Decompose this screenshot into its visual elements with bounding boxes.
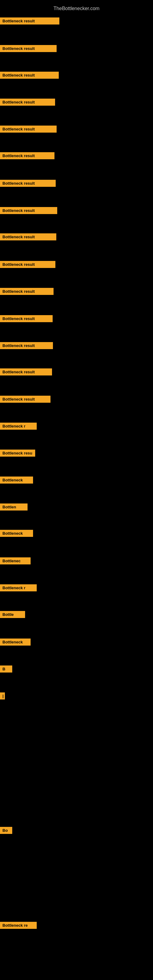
bottleneck-badge-label: Bottleneck result [0,261,56,268]
bottleneck-badge-3[interactable]: Bottleneck result [0,72,59,80]
bottleneck-badge-5[interactable]: Bottleneck result [0,126,57,134]
bottleneck-badge-label: Bottleneck [0,638,30,646]
bottleneck-badge-18[interactable]: Bottleneck [0,477,33,485]
bottleneck-badge-label: Bottleneck result [0,342,53,349]
bottleneck-badge-17[interactable]: Bottleneck resu [0,450,35,458]
bottleneck-badge-25[interactable]: B [0,665,12,674]
site-title: TheBottlenecker.com [0,0,153,12]
bottleneck-badge-label: Bottleneck result [0,368,52,375]
bottleneck-badge-label: Bottleneck result [0,315,53,322]
bottleneck-badge-21[interactable]: Bottlenec [0,557,30,566]
bottleneck-badge-label: Bottlenec [0,557,30,565]
bottleneck-badge-23[interactable]: Bottle [0,611,25,619]
bottleneck-badge-24[interactable]: Bottleneck [0,638,30,647]
bottleneck-badge-label: Bottleneck [0,530,33,537]
bottleneck-badge-20[interactable]: Bottleneck [0,530,33,538]
bottleneck-badge-8[interactable]: Bottleneck result [0,207,57,215]
bottleneck-badge-13[interactable]: Bottleneck result [0,342,53,350]
bottleneck-badge-label: Bottleneck r [0,584,37,591]
bottleneck-badge-12[interactable]: Bottleneck result [0,315,53,323]
bottleneck-badge-label: Bottleneck result [0,288,54,295]
bottleneck-badge-label: Bottleneck [0,477,33,484]
bottleneck-badge-15[interactable]: Bottleneck result [0,396,51,404]
bottleneck-badge-label: Bottleneck result [0,72,59,79]
bottleneck-badge-14[interactable]: Bottleneck result [0,368,52,377]
bottleneck-badge-2[interactable]: Bottleneck result [0,45,57,53]
bottleneck-badge-19[interactable]: Bottlen [0,503,27,512]
bottleneck-badge-label: Bottleneck result [0,45,57,52]
bottleneck-badge-4[interactable]: Bottleneck result [0,99,55,107]
bottleneck-badge-6[interactable]: Bottleneck result [0,152,54,161]
bottleneck-badge-28[interactable]: Bottleneck re [0,922,37,930]
bottleneck-badge-1[interactable]: Bottleneck result [0,18,59,26]
bottleneck-badge-label: Bottleneck r [0,423,37,430]
bottleneck-badge-label: Bottleneck resu [0,450,35,457]
bottleneck-badge-label: Bottleneck result [0,152,54,159]
bottleneck-badge-label: Bottleneck result [0,99,55,106]
bottleneck-badge-label: Bottleneck re [0,922,37,929]
bottleneck-badge-label: Bottleneck result [0,126,57,133]
bottleneck-badge-11[interactable]: Bottleneck result [0,288,54,296]
bottleneck-badge-22[interactable]: Bottleneck r [0,584,37,593]
bottleneck-badge-label: Bottlen [0,503,27,511]
bottleneck-badge-16[interactable]: Bottleneck r [0,423,37,431]
bottleneck-badge-7[interactable]: Bottleneck result [0,180,56,188]
bottleneck-badge-label: Bottleneck result [0,18,59,24]
bottleneck-badge-27[interactable]: Bo [0,827,12,835]
bottleneck-badge-26[interactable]: | [0,692,5,701]
bottleneck-badge-label: Bottleneck result [0,180,56,187]
bottleneck-badge-10[interactable]: Bottleneck result [0,261,56,269]
bottleneck-badge-label: Bottleneck result [0,233,56,240]
bottleneck-badge-9[interactable]: Bottleneck result [0,233,56,242]
bottleneck-badge-label: Bo [0,827,12,834]
bottleneck-badge-label: B [0,665,12,673]
bottleneck-badge-label: Bottleneck result [0,396,51,403]
bottleneck-badge-label: Bottleneck result [0,207,57,214]
bottleneck-badge-label: | [0,692,5,700]
bottleneck-badge-label: Bottle [0,611,25,618]
